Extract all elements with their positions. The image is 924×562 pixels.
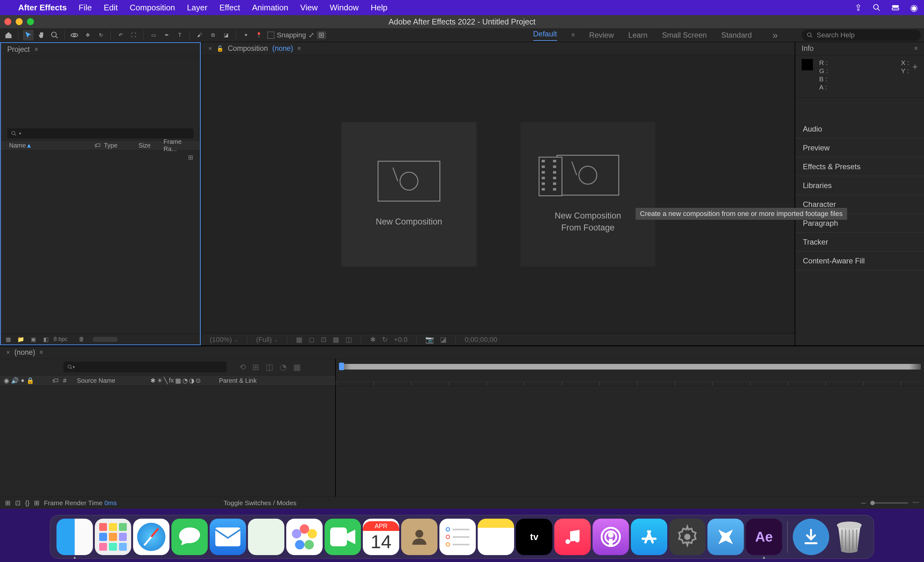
zoom-tool[interactable] — [49, 30, 60, 41]
pen-tool[interactable]: ✒ — [161, 30, 172, 41]
timeline-ruler[interactable] — [336, 370, 924, 386]
menu-help[interactable]: Help — [370, 3, 387, 12]
anchor-tool[interactable]: ⛶ — [128, 30, 139, 41]
menu-edit[interactable]: Edit — [104, 3, 118, 12]
dock-podcasts[interactable] — [592, 519, 629, 555]
new-comp-icon[interactable]: ▣ — [28, 336, 38, 343]
motionblur-icon[interactable]: ◔ — [280, 362, 287, 372]
sw4-icon[interactable]: fx — [169, 377, 174, 384]
workspace-review[interactable]: Review — [589, 31, 614, 39]
menu-file[interactable]: File — [79, 3, 92, 12]
dock-music[interactable] — [554, 519, 591, 555]
menu-animation[interactable]: Animation — [252, 3, 288, 12]
snapshot-icon[interactable]: 📷 — [425, 336, 434, 344]
col-label-icon[interactable]: 🏷 — [92, 142, 101, 149]
dock-app-blue[interactable] — [708, 519, 744, 555]
folder-icon[interactable]: 📁 — [16, 336, 26, 343]
comp-lock-icon[interactable]: 🔓 — [217, 45, 224, 52]
workspace-menu-icon[interactable]: ≡ — [572, 32, 575, 38]
interp-icon[interactable]: ▦ — [3, 336, 13, 343]
preview-time[interactable]: 0;00;00;00 — [465, 336, 497, 344]
dock-after-effects[interactable]: Ae — [746, 519, 782, 555]
dock-facetime[interactable] — [324, 519, 361, 555]
timeline-tracks-area[interactable] — [336, 386, 924, 497]
rect-tool[interactable]: ▭ — [148, 30, 159, 41]
sw2-icon[interactable]: ☀ — [157, 377, 163, 384]
app-menu[interactable]: After Effects — [18, 3, 67, 12]
dock-appstore[interactable] — [631, 519, 667, 555]
guides-icon[interactable]: ◫ — [345, 336, 352, 344]
rotate-tool[interactable]: ↻ — [95, 30, 106, 41]
menu-layer[interactable]: Layer — [187, 3, 207, 12]
dock-launchpad[interactable] — [95, 519, 131, 555]
sw7-icon[interactable]: ◑ — [189, 377, 194, 384]
dock-messages[interactable] — [171, 519, 208, 555]
num-col[interactable]: # — [63, 377, 72, 384]
workspace-learn[interactable]: Learn — [628, 31, 648, 39]
zoom-out-icon[interactable]: ─ — [861, 499, 866, 507]
eraser-tool[interactable]: ◪ — [220, 30, 231, 41]
channel-icon[interactable]: ✱ — [370, 336, 376, 344]
dock-settings[interactable] — [669, 519, 705, 555]
label-col-icon[interactable]: 🏷 — [52, 377, 59, 384]
toggle2-icon[interactable]: ⊡ — [15, 499, 21, 507]
timeline-tab-close[interactable]: × — [6, 349, 10, 356]
workspace-default[interactable]: Default — [533, 30, 557, 41]
toggle3-icon[interactable]: {} — [25, 499, 30, 507]
show-snap-icon[interactable]: ◪ — [440, 336, 447, 344]
timeline-zoom-slider[interactable] — [870, 502, 908, 503]
undo-tool[interactable]: ↶ — [115, 30, 126, 41]
search-pill[interactable] — [93, 337, 118, 342]
frameblend-icon[interactable]: ◫ — [266, 362, 273, 372]
home-button[interactable] — [3, 30, 14, 41]
search-help-input[interactable]: Search Help — [802, 30, 921, 41]
sw5-icon[interactable]: ▦ — [175, 377, 181, 384]
brush-tool[interactable]: 🖌 — [194, 30, 205, 41]
snap-edge-icon[interactable]: ⤢ — [309, 31, 314, 39]
audio-col-icon[interactable]: 🔊 — [11, 377, 19, 384]
workspace-standard[interactable]: Standard — [721, 31, 752, 39]
spotlight-icon[interactable] — [873, 3, 880, 12]
graph-icon[interactable]: ▦ — [293, 362, 301, 372]
dock-mail[interactable] — [210, 519, 246, 555]
mask-icon[interactable]: ◻ — [309, 336, 315, 344]
region-icon[interactable]: ⊡ — [321, 336, 326, 344]
selection-tool[interactable] — [23, 30, 34, 41]
bpc-icon[interactable]: ◧ — [41, 336, 51, 343]
menu-composition[interactable]: Composition — [130, 3, 175, 12]
workspace-small[interactable]: Small Screen — [662, 31, 707, 39]
new-composition-button[interactable]: New Composition — [342, 122, 476, 267]
zoom-dropdown[interactable]: (100%) ⌄ — [210, 336, 238, 344]
solo-col-icon[interactable]: ● — [21, 377, 24, 384]
panel-menu-icon[interactable]: ≡ — [35, 46, 38, 53]
content-aware-panel[interactable]: Content-Aware Fill — [795, 251, 924, 270]
col-name[interactable]: Name▲ — [6, 142, 92, 149]
dock-maps[interactable] — [248, 519, 284, 555]
roto-tool[interactable]: ✦ — [240, 30, 251, 41]
effects-panel[interactable]: Effects & Presets — [795, 157, 924, 176]
preview-panel[interactable]: Preview — [795, 138, 924, 157]
dock-safari[interactable] — [133, 519, 170, 555]
dock-calendar[interactable]: APR14 — [363, 519, 399, 555]
col-size[interactable]: Size — [135, 142, 160, 149]
toggle4-icon[interactable]: ⊞ — [34, 499, 39, 507]
menu-effect[interactable]: Effect — [219, 3, 240, 12]
workspace-overflow[interactable]: » — [772, 30, 778, 41]
timeline-panel-menu-icon[interactable]: ≡ — [39, 349, 43, 356]
dock-downloads[interactable] — [793, 519, 829, 555]
timeline-layer-area[interactable] — [0, 386, 335, 497]
libraries-panel[interactable]: Libraries — [795, 176, 924, 195]
bpc-label[interactable]: 8 bpc — [54, 336, 68, 343]
type-tool[interactable]: T — [174, 30, 185, 41]
snap-collapse-icon[interactable] — [316, 31, 326, 39]
dock-photos[interactable] — [286, 519, 322, 555]
pan-tool[interactable]: ✥ — [82, 30, 93, 41]
grid-icon[interactable]: ▦ — [333, 336, 339, 344]
trash-icon[interactable]: 🗑 — [77, 336, 86, 343]
orbit-tool[interactable] — [69, 30, 80, 41]
comp-panel-menu-icon[interactable]: ≡ — [297, 45, 301, 52]
sw8-icon[interactable]: ⊙ — [195, 377, 201, 384]
sw1-icon[interactable]: ✱ — [150, 377, 156, 384]
status-icon[interactable]: ⇪ — [855, 3, 862, 13]
timeline-navigator[interactable] — [339, 364, 921, 370]
